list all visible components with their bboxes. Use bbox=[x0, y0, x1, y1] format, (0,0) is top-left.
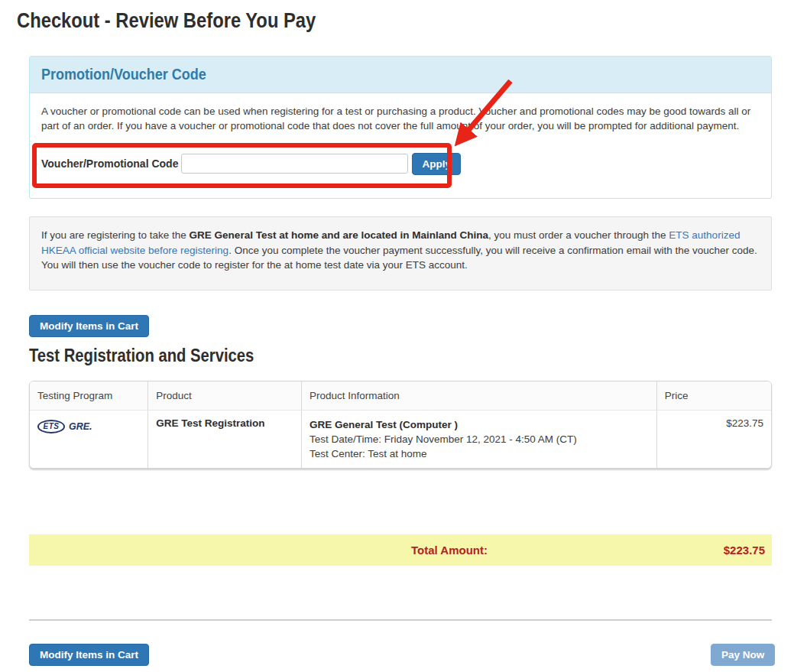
checkout-page: Checkout - Review Before You Pay Promoti… bbox=[0, 0, 794, 672]
product-info-datetime: Test Date/Time: Friday November 12, 2021… bbox=[309, 432, 649, 446]
modify-items-in-cart-button-top[interactable]: Modify Items in Cart bbox=[29, 315, 149, 337]
product-info-test-center: Test Center: Test at home bbox=[309, 446, 649, 461]
page-title: Checkout - Review Before You Pay bbox=[17, 9, 316, 33]
column-header-product-information: Product Information bbox=[301, 381, 656, 410]
cell-testing-program: ETS GRE. bbox=[30, 410, 148, 468]
footer-divider bbox=[29, 619, 772, 621]
total-amount-label: Total Amount: bbox=[411, 534, 488, 566]
ets-logo-icon: ETS bbox=[37, 420, 65, 433]
column-header-product: Product bbox=[148, 381, 302, 410]
voucher-code-label: Voucher/Promotional Code bbox=[41, 157, 178, 170]
promotion-voucher-panel: Promotion/Voucher Code A voucher or prom… bbox=[29, 56, 772, 199]
notice-text: , you must order a voucher through the bbox=[488, 229, 669, 241]
section-title: Test Registration and Services bbox=[29, 346, 254, 366]
column-header-testing-program: Testing Program bbox=[30, 381, 148, 410]
gre-logo-text: GRE. bbox=[69, 421, 92, 432]
total-amount-row: Total Amount: $223.75 bbox=[29, 534, 772, 566]
cell-product-information: GRE General Test (Computer ) Test Date/T… bbox=[301, 410, 656, 468]
ets-gre-logo: ETS GRE. bbox=[37, 420, 140, 433]
notice-bold-text: GRE General Test at home and are located… bbox=[190, 229, 488, 241]
table-row: ETS GRE. GRE Test Registration GRE Gener… bbox=[30, 410, 771, 468]
apply-button[interactable]: Apply bbox=[412, 153, 461, 175]
china-voucher-notice: If you are registering to take the GRE G… bbox=[29, 216, 772, 291]
promotion-description: A voucher or promotional code can be use… bbox=[30, 93, 771, 133]
cart-table: Testing Program Product Product Informat… bbox=[29, 381, 772, 469]
notice-text: If you are registering to take the bbox=[41, 229, 190, 241]
table-header-row: Testing Program Product Product Informat… bbox=[30, 381, 771, 410]
modify-items-in-cart-button-bottom[interactable]: Modify Items in Cart bbox=[29, 644, 149, 666]
cell-price: $223.75 bbox=[656, 410, 771, 468]
column-header-price: Price bbox=[656, 381, 771, 410]
voucher-row: Voucher/Promotional Code Apply bbox=[41, 153, 771, 174]
total-amount-value: $223.75 bbox=[724, 534, 765, 566]
voucher-code-input[interactable] bbox=[181, 154, 408, 174]
product-info-title: GRE General Test (Computer ) bbox=[309, 417, 649, 432]
pay-now-button[interactable]: Pay Now bbox=[711, 644, 775, 666]
cell-product: GRE Test Registration bbox=[148, 410, 302, 468]
promotion-panel-header: Promotion/Voucher Code bbox=[30, 57, 771, 93]
promotion-panel-title: Promotion/Voucher Code bbox=[41, 66, 206, 83]
